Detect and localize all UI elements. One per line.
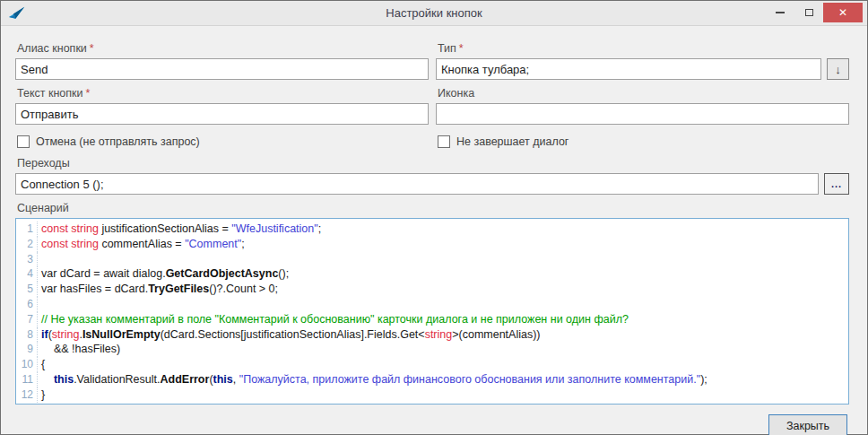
transitions-browse-button[interactable]: ... — [824, 173, 849, 195]
icon-input[interactable] — [436, 103, 849, 125]
alias-field-group: Алиас кнопки* — [15, 35, 429, 80]
code-line: 5var hasFiles = dCard.TryGetFiles()?.Cou… — [16, 282, 848, 297]
window-controls: ✕ — [766, 1, 867, 25]
icon-label: Иконка — [438, 87, 849, 100]
code-line: 4var dCard = await dialog.GetCardObjectA… — [16, 266, 848, 282]
text-field-group: Текст кнопки* — [15, 80, 429, 125]
maximize-icon — [805, 9, 813, 16]
app-logo-bird-icon — [8, 5, 26, 22]
code-line: 8if(string.IsNullOrEmpty(dCard.Sections[… — [16, 327, 848, 343]
alias-label: Алиас кнопки* — [17, 42, 429, 55]
maximize-button[interactable] — [794, 3, 823, 22]
required-asterisk: * — [86, 87, 91, 100]
dialog-body: Алиас кнопки* Тип* ↓ Текст кнопки* Иконк… — [1, 26, 867, 405]
line-number: 3 — [16, 252, 38, 267]
line-number: 10 — [16, 357, 38, 372]
dialog-window: Настройки кнопок ✕ Алиас кнопки* Тип* ↓ … — [0, 0, 868, 435]
type-label: Тип* — [438, 42, 849, 55]
code-line: 12} — [16, 387, 848, 403]
window-title: Настройки кнопок — [1, 6, 867, 20]
minimize-button[interactable] — [766, 3, 794, 22]
minimize-icon — [776, 12, 785, 13]
no-close-checkbox[interactable] — [438, 135, 450, 148]
type-expand-button[interactable]: ↓ — [827, 58, 849, 80]
line-number: 5 — [16, 282, 38, 297]
code-line: 10{ — [16, 357, 848, 372]
line-number: 12 — [16, 387, 38, 403]
code-line: 9 && !hasFiles) — [16, 342, 848, 357]
transitions-label: Переходы — [17, 157, 849, 170]
no-close-checkbox-row[interactable]: Не завершает диалог — [436, 135, 849, 148]
close-window-button[interactable]: ✕ — [823, 3, 863, 22]
close-icon: ✕ — [838, 6, 847, 19]
required-asterisk: * — [459, 42, 464, 55]
transitions-field-group: Переходы ... — [15, 157, 849, 195]
code-line: 6 — [16, 297, 848, 312]
line-number: 4 — [16, 266, 38, 282]
code-line: 3 — [16, 252, 848, 267]
script-field-group: Сценарий 1const string justificationSect… — [15, 202, 849, 405]
no-close-checkbox-label: Не завершает диалог — [456, 135, 569, 148]
titlebar[interactable]: Настройки кнопок ✕ — [1, 1, 867, 26]
text-label: Текст кнопки* — [17, 87, 429, 100]
code-line: 11 this.ValidationResult.AddError(this, … — [16, 372, 848, 387]
cancel-checkbox-row[interactable]: Отмена (не отправлять запрос) — [15, 135, 429, 148]
ellipsis-icon: ... — [831, 178, 842, 189]
line-number: 7 — [16, 312, 38, 327]
close-dialog-button[interactable]: Закрыть — [768, 414, 847, 435]
script-editor[interactable]: 1const string justificationSectionAlias … — [15, 218, 849, 405]
dialog-footer: Закрыть — [1, 405, 867, 435]
type-input[interactable] — [436, 58, 821, 80]
code-line: 7// Не указан комментарий в поле "Коммен… — [16, 312, 848, 327]
line-number: 11 — [16, 372, 38, 387]
cancel-checkbox-label: Отмена (не отправлять запрос) — [36, 135, 200, 148]
button-text-input[interactable] — [15, 103, 429, 125]
icon-field-group: Иконка — [436, 80, 849, 125]
line-number: 2 — [16, 237, 38, 252]
transitions-input[interactable] — [15, 173, 819, 195]
line-number: 6 — [16, 297, 38, 312]
cancel-checkbox[interactable] — [17, 135, 30, 148]
type-field-group: Тип* ↓ — [436, 35, 849, 80]
line-number: 9 — [16, 342, 38, 357]
code-line: 2const string commentAlias = "Comment"; — [16, 237, 848, 252]
line-number: 8 — [16, 327, 38, 343]
line-number: 1 — [16, 222, 38, 237]
alias-input[interactable] — [15, 58, 429, 80]
script-label: Сценарий — [17, 202, 849, 214]
script-editor-lines: 1const string justificationSectionAlias … — [16, 222, 848, 403]
code-line: 1const string justificationSectionAlias … — [16, 222, 848, 237]
arrow-down-icon: ↓ — [835, 63, 841, 76]
required-asterisk: * — [90, 42, 94, 55]
